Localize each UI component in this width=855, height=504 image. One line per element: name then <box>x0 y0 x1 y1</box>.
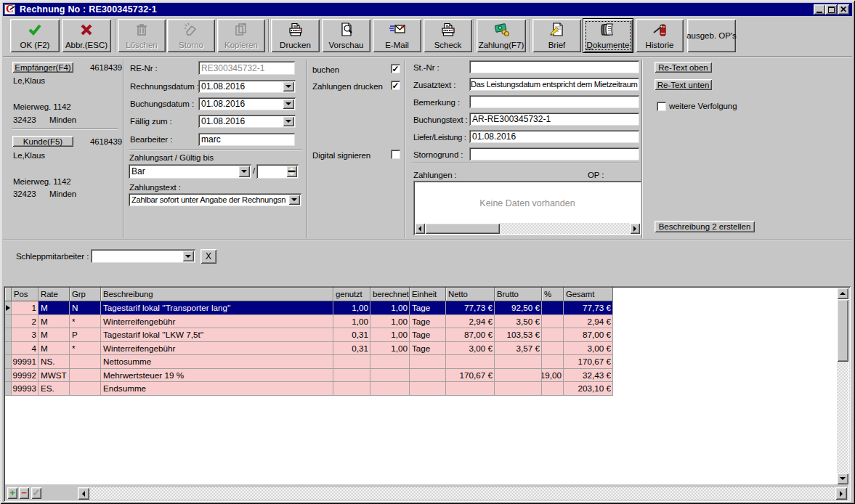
grid-cell[interactable]: 32,43 € <box>564 369 613 383</box>
column-header[interactable]: Grp <box>70 288 101 301</box>
toolbar-button-vorschau[interactable]: Vorschau <box>322 19 370 52</box>
zahlungen-list[interactable]: Keine Daten vorhanden <box>413 181 641 235</box>
table-row[interactable]: 99993ES.Endsumme203,10 € <box>5 382 837 396</box>
items-grid[interactable]: PosRateGrpBeschreibunggenutztberechnetEi… <box>5 288 837 484</box>
schleppmitarbeiter-select[interactable] <box>91 249 195 263</box>
grid-cell[interactable]: 1,00 <box>370 301 410 315</box>
chevron-down-icon[interactable] <box>283 116 294 126</box>
empfaenger-button[interactable]: Empfänger(F4) <box>12 62 73 73</box>
zahlungsart-select[interactable]: Bar <box>129 164 251 179</box>
toolbar-button-drucken[interactable]: Drucken <box>271 19 320 52</box>
column-header[interactable]: berechnet <box>370 288 410 301</box>
chevron-down-icon[interactable] <box>238 166 250 177</box>
row-selector[interactable] <box>5 301 12 315</box>
row-selector[interactable] <box>5 315 12 329</box>
grid-cell[interactable]: 170,67 € <box>564 355 613 369</box>
liefer-leistung-field[interactable]: 01.08.2016 <box>469 130 639 143</box>
spinner-icon[interactable] <box>286 166 297 177</box>
toolbar-button-scheck[interactable]: Scheck <box>424 19 472 52</box>
weitere-verfolgung-checkbox[interactable] <box>657 102 666 111</box>
grid-cell[interactable]: M <box>39 342 70 356</box>
grid-cell[interactable] <box>542 342 564 356</box>
grid-cell[interactable]: Mehrwertsteuer 19 % <box>101 369 333 383</box>
toolbar-button-historie[interactable]: Historie <box>636 19 684 52</box>
grid-cell[interactable] <box>333 355 370 369</box>
grid-cell[interactable]: M <box>39 301 70 315</box>
toolbar-button-storno[interactable]: Storno <box>167 19 215 52</box>
scroll-down-button[interactable] <box>837 473 848 484</box>
grid-cell[interactable]: 203,10 € <box>564 382 613 396</box>
grid-cell[interactable] <box>495 355 542 369</box>
digital-signieren-checkbox[interactable] <box>391 150 400 159</box>
grid-cell[interactable]: Tage <box>410 315 446 329</box>
row-selector[interactable] <box>5 342 12 356</box>
column-header[interactable]: Beschreibung <box>101 288 333 301</box>
grid-cell[interactable] <box>542 355 564 369</box>
grid-cell[interactable]: 3,00 € <box>446 342 495 356</box>
grid-cell[interactable]: 2 <box>12 315 39 329</box>
grid-cell[interactable]: 3,57 € <box>495 342 542 356</box>
faellig-zum-select[interactable]: 01.08.2016 <box>198 115 296 128</box>
chevron-down-icon[interactable] <box>182 251 194 261</box>
grid-cell[interactable]: 4 <box>12 342 39 356</box>
grid-cell[interactable] <box>542 315 564 329</box>
grid-vscrollbar[interactable] <box>837 288 848 484</box>
add-row-button[interactable]: + <box>7 487 17 499</box>
close-button[interactable]: ✕ <box>838 4 849 15</box>
grid-cell[interactable] <box>70 369 101 383</box>
column-header[interactable]: Pos <box>12 288 39 301</box>
grid-cell[interactable] <box>410 382 446 396</box>
toolbar-button-dokumente[interactable]: Dokumente <box>583 19 633 52</box>
bearbeiter-field[interactable]: marc <box>198 133 295 146</box>
grid-cell[interactable] <box>70 355 101 369</box>
table-row[interactable]: 3MPTagestarif lokal ''LKW 7,5t''0,311,00… <box>5 328 837 342</box>
grid-cell[interactable]: 1,00 <box>370 315 410 329</box>
grid-cell[interactable] <box>370 369 410 383</box>
grid-cell[interactable]: Tage <box>410 328 446 342</box>
buchen-checkbox[interactable]: ✓ <box>391 64 400 73</box>
scrollbar-track[interactable] <box>89 487 835 500</box>
grid-cell[interactable] <box>70 382 101 396</box>
grid-cell[interactable]: NS. <box>39 355 70 369</box>
grid-cell[interactable]: 77,73 € <box>446 301 495 315</box>
grid-cell[interactable]: 99993 <box>12 382 39 396</box>
zahlungstext-select[interactable]: Zahlbar sofort unter Angabe der Rechnung… <box>129 193 301 206</box>
scrollbar-thumb[interactable] <box>425 223 500 234</box>
grid-cell[interactable] <box>542 328 564 342</box>
re-text-oben-button[interactable]: Re-Text oben <box>655 62 712 73</box>
column-header[interactable]: genutzt <box>333 288 370 301</box>
grid-cell[interactable]: Winterreifengebühr <box>101 342 333 356</box>
toolbar-button-abbr[interactable]: Abbr.(ESC) <box>62 19 111 52</box>
grid-cell[interactable]: M <box>39 315 70 329</box>
payments-hscrollbar[interactable] <box>415 223 640 234</box>
grid-cell[interactable]: Nettosumme <box>101 355 333 369</box>
maximize-button[interactable] <box>825 4 837 15</box>
beschreibung2-button[interactable]: Beschreibung 2 erstellen <box>655 221 755 232</box>
grid-cell[interactable]: 87,00 € <box>564 328 613 342</box>
buchungsdatum-select[interactable]: 01.08.2016 <box>198 97 296 110</box>
toolbar-button-ausgeb-ops[interactable]: ausgeb. OP's <box>687 19 736 52</box>
grid-hscrollbar[interactable] <box>78 487 847 500</box>
grid-cell[interactable]: 99991 <box>12 355 39 369</box>
grid-cell[interactable]: 2,94 € <box>446 315 495 329</box>
grid-cell[interactable] <box>333 369 370 383</box>
st-nr-field[interactable] <box>469 60 639 73</box>
grid-cell[interactable] <box>542 382 564 396</box>
grid-cell[interactable] <box>495 369 542 383</box>
grid-cell[interactable]: 0,31 <box>333 328 370 342</box>
grid-cell[interactable]: 1,00 <box>333 301 370 315</box>
clear-schlepp-button[interactable]: X <box>200 249 216 264</box>
column-header[interactable]: Brutto <box>495 288 542 301</box>
grid-cell[interactable] <box>370 382 410 396</box>
row-selector[interactable] <box>5 369 12 383</box>
grid-cell[interactable]: 87,00 € <box>446 328 495 342</box>
grid-cell[interactable]: 19,00 <box>542 369 564 383</box>
grid-cell[interactable]: 77,73 € <box>564 301 613 315</box>
toolbar-button-zahlung[interactable]: Zahlung(F7) <box>477 19 526 52</box>
grid-cell[interactable]: 1 <box>12 301 39 315</box>
grid-cell[interactable]: 103,53 € <box>495 328 542 342</box>
toolbar-button-loeschen[interactable]: Löschen <box>118 19 166 52</box>
column-header[interactable]: Netto <box>446 288 495 301</box>
zahlungen-drucken-checkbox[interactable]: ✓ <box>391 81 400 90</box>
grid-cell[interactable]: 3,00 € <box>564 342 613 356</box>
